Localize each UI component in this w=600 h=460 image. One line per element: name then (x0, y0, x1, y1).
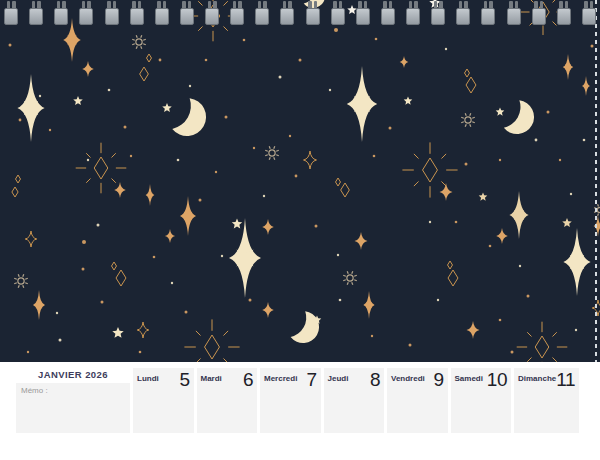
ring-body (79, 8, 93, 25)
star-dot (547, 111, 550, 114)
star-dot (263, 195, 265, 197)
binder-ring (582, 1, 596, 26)
binder-ring (381, 1, 395, 26)
starry-sky-canvas (0, 0, 600, 362)
star-dot (511, 351, 514, 354)
day-name: Jeudi (328, 371, 349, 383)
ring-body (280, 8, 294, 25)
binder-ring (54, 1, 68, 26)
star-dot (82, 240, 86, 244)
binder-ring (180, 1, 194, 26)
memo-box: Mémo : (16, 383, 130, 433)
star-dot (56, 312, 58, 314)
star-dot (289, 135, 291, 137)
star-dot (39, 95, 41, 97)
ring-body (255, 8, 269, 25)
binder-ring (306, 1, 320, 26)
star-dot (59, 339, 62, 342)
binder-ring (255, 1, 269, 26)
star-dot (189, 85, 191, 87)
star-dot (499, 159, 501, 161)
day-number: 5 (179, 371, 189, 388)
day-cell: Mardi 6 (197, 368, 258, 433)
ring-body (54, 8, 68, 25)
star-dot (437, 299, 439, 301)
ring-body (105, 8, 119, 25)
star-dot (559, 159, 561, 161)
star-dot (409, 344, 412, 347)
star-dot (108, 89, 111, 92)
star-dot (215, 171, 217, 173)
ring-body (582, 8, 596, 25)
ring-body (130, 8, 144, 25)
star-dot (583, 139, 586, 142)
star-dot (87, 159, 89, 161)
binder-ring (29, 1, 43, 26)
star-dot (19, 119, 22, 122)
star-dot (295, 175, 298, 178)
binder-ring (79, 1, 93, 26)
star-dot (329, 89, 331, 91)
day-cell: Vendredi 9 (387, 368, 448, 433)
calendar-left-column: JANVIER 2026 Mémo : (16, 368, 130, 433)
star-dot (97, 224, 100, 227)
star-dot (465, 163, 468, 166)
star-dot (337, 254, 339, 256)
star-dot (253, 147, 255, 149)
day-number: 9 (433, 371, 443, 388)
day-name: Mardi (201, 371, 222, 383)
star-dot (243, 39, 246, 42)
day-number: 6 (243, 371, 253, 388)
binder-ring (130, 1, 144, 26)
star-dot (124, 126, 127, 129)
calendar-week-strip: JANVIER 2026 Mémo : Lundi 5 Mardi 6 Merc… (16, 368, 579, 433)
star-dot (315, 225, 318, 228)
ring-body (180, 8, 194, 25)
day-cell: Mercredi 7 (260, 368, 321, 433)
binder-ring (205, 1, 219, 26)
day-cell: Dimanche 11 (514, 368, 579, 433)
star-dot (27, 351, 29, 353)
day-cell: Samedi 10 (451, 368, 512, 433)
ring-body (205, 8, 219, 25)
binder-ring (280, 1, 294, 26)
ring-body (406, 8, 420, 25)
ring-body (507, 8, 521, 25)
star-dot (445, 48, 447, 50)
star-dot (177, 159, 180, 162)
starry-sky-artwork (0, 0, 600, 362)
star-dot (153, 256, 156, 259)
ring-body (431, 8, 445, 25)
ring-body (481, 8, 495, 25)
binder-ring (431, 1, 445, 26)
day-name: Mercredi (264, 371, 297, 383)
star-dot (535, 139, 538, 142)
ring-body (306, 8, 320, 25)
star-dot (591, 45, 594, 48)
star-dot (519, 265, 521, 267)
calendar-page: { "calendar": { "month_title": "JANVIER … (0, 0, 600, 460)
star-dot (527, 295, 530, 298)
star-dot (375, 38, 378, 41)
star-dot (199, 199, 202, 202)
star-dot (389, 127, 392, 130)
star-dot (171, 282, 173, 284)
star-dot (185, 311, 188, 314)
binder-ring (331, 1, 345, 26)
star-dot (279, 76, 282, 79)
star-dot (249, 299, 252, 302)
binder-ring (532, 1, 546, 26)
star-dot (159, 59, 162, 62)
star-dot (82, 268, 85, 271)
binder-ring (481, 1, 495, 26)
star-dot (49, 129, 51, 131)
binder-ring (230, 1, 244, 26)
ring-body (532, 8, 546, 25)
day-name: Vendredi (391, 371, 425, 383)
star-dot (299, 59, 302, 62)
binder-ring (4, 1, 18, 26)
day-cell: Lundi 5 (133, 368, 194, 433)
ring-body (155, 8, 169, 25)
star-dot (205, 59, 208, 62)
star-dot (371, 335, 373, 337)
